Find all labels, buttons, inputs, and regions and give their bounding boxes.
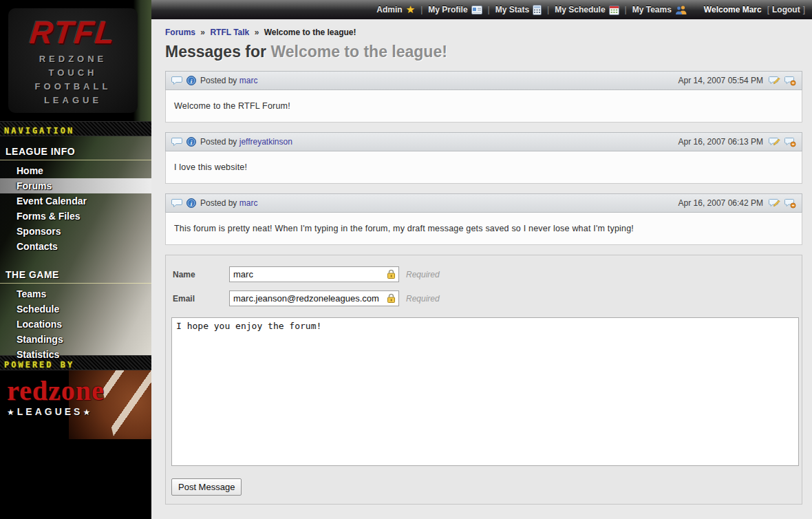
breadcrumb-rtfl-talk-link[interactable]: RTFL Talk <box>210 28 249 37</box>
lock-icon <box>386 269 396 279</box>
redzone-logo-title: redzone <box>7 379 105 403</box>
author-link[interactable]: marc <box>239 198 258 208</box>
email-label: Email <box>173 294 229 304</box>
sidebar-item-forums[interactable]: Forums <box>0 178 151 193</box>
main-area: Admin ★ | My Profile | My Stats | My Sch… <box>151 0 812 519</box>
nav-section-the-game: THE GAME <box>0 264 151 284</box>
delete-comment-icon[interactable] <box>784 76 796 86</box>
name-label: Name <box>173 270 229 279</box>
author-link[interactable]: marc <box>239 76 258 85</box>
forum-message: i Posted by jeffreyatkinson Apr 16, 2007… <box>165 132 802 184</box>
navigation-banner-label: NAVIGATION <box>4 126 74 136</box>
sidebar-nav: LEAGUE INFO Home Forums Event Calendar F… <box>0 136 151 355</box>
breadcrumb-forums-link[interactable]: Forums <box>165 28 195 37</box>
calendar-icon <box>609 5 619 15</box>
sidebar-item-standings[interactable]: Standings <box>0 332 151 347</box>
nav-section-league-info: LEAGUE INFO <box>0 140 151 160</box>
league-logo: RTFL REDZONE TOUCH FOOTBALL LEAGUE <box>0 0 151 121</box>
message-date: Apr 16, 2007 06:42 PM <box>679 198 763 208</box>
breadcrumb: Forums » RTFL Talk » Welcome to the leag… <box>165 26 802 41</box>
sidebar-item-event-calendar[interactable]: Event Calendar <box>0 193 151 209</box>
sidebar-item-teams[interactable]: Teams <box>0 286 151 301</box>
delete-comment-icon[interactable] <box>784 198 796 209</box>
navigation-banner: NAVIGATION <box>0 121 151 136</box>
sidebar: RTFL REDZONE TOUCH FOOTBALL LEAGUE NAVIG… <box>0 0 151 519</box>
message-textarea[interactable]: I hope you enjoy the forum! <box>171 317 799 466</box>
lock-icon <box>386 293 396 304</box>
message-header: i Posted by marc Apr 16, 2007 06:42 PM <box>165 193 802 213</box>
redzone-leagues-logo[interactable]: redzone ★LEAGUES★ <box>0 370 151 439</box>
powered-by-label: POWERED BY <box>4 360 74 370</box>
info-icon[interactable]: i <box>186 137 196 147</box>
email-field[interactable] <box>229 290 399 306</box>
my-profile-link[interactable]: My Profile <box>428 5 482 14</box>
comment-icon <box>171 137 182 147</box>
comment-icon <box>171 76 182 85</box>
message-body: Welcome to the RTFL Forum! <box>165 90 802 123</box>
content: Forums » RTFL Talk » Welcome to the leag… <box>151 19 812 519</box>
message-date: Apr 14, 2007 05:54 PM <box>679 76 763 85</box>
post-message-button[interactable]: Post Message <box>171 478 242 496</box>
my-schedule-link[interactable]: My Schedule <box>555 5 619 15</box>
league-logo-box: RTFL REDZONE TOUCH FOOTBALL LEAGUE <box>8 8 138 113</box>
required-label: Required <box>406 270 440 279</box>
author-link[interactable]: jeffreyatkinson <box>239 137 292 147</box>
sidebar-item-locations[interactable]: Locations <box>0 317 151 332</box>
rtfl-forum-page: RTFL REDZONE TOUCH FOOTBALL LEAGUE NAVIG… <box>0 0 812 519</box>
welcome-user-label: Welcome Marc <box>704 5 762 14</box>
my-stats-link[interactable]: My Stats <box>495 5 542 15</box>
required-label: Required <box>406 294 440 304</box>
league-logo-name: REDZONE TOUCH FOOTBALL LEAGUE <box>8 52 138 108</box>
powered-by-banner: POWERED BY <box>0 355 151 370</box>
calculator-icon <box>533 5 542 15</box>
page-title: Messages for Welcome to the league! <box>165 43 802 61</box>
message-header: i Posted by jeffreyatkinson Apr 16, 2007… <box>165 132 802 151</box>
sidebar-filler <box>0 439 151 519</box>
forum-message: i Posted by marc Apr 16, 2007 06:42 PM T… <box>165 193 802 245</box>
sidebar-item-home[interactable]: Home <box>0 163 151 178</box>
forum-message: i Posted by marc Apr 14, 2007 05:54 PM W… <box>165 71 802 123</box>
sidebar-item-contacts[interactable]: Contacts <box>0 239 151 254</box>
delete-comment-icon[interactable] <box>784 137 796 147</box>
vcard-icon <box>471 6 482 14</box>
message-date: Apr 16, 2007 06:13 PM <box>679 137 763 147</box>
message-body: This forum is pretty neat! When I'm typi… <box>165 213 802 245</box>
info-icon[interactable]: i <box>186 76 196 85</box>
sidebar-item-forms-files[interactable]: Forms & Files <box>0 209 151 224</box>
group-icon <box>675 5 687 15</box>
edit-comment-icon[interactable] <box>769 198 780 209</box>
edit-comment-icon[interactable] <box>769 137 780 147</box>
top-toolbar: Admin ★ | My Profile | My Stats | My Sch… <box>151 0 812 19</box>
name-field[interactable] <box>229 266 399 282</box>
league-logo-acronym: RTFL <box>7 17 140 48</box>
redzone-logo-subtitle: ★LEAGUES★ <box>7 406 105 417</box>
edit-comment-icon[interactable] <box>769 76 780 86</box>
breadcrumb-current: Welcome to the league! <box>264 28 356 37</box>
admin-link[interactable]: Admin ★ <box>376 3 415 16</box>
post-message-form: Name Required Email Required I hope you <box>165 255 802 505</box>
comment-icon <box>171 198 182 208</box>
my-teams-link[interactable]: My Teams <box>632 5 687 15</box>
sidebar-item-sponsors[interactable]: Sponsors <box>0 224 151 239</box>
message-header: i Posted by marc Apr 14, 2007 05:54 PM <box>165 71 802 90</box>
sidebar-item-schedule[interactable]: Schedule <box>0 301 151 317</box>
star-icon: ★ <box>406 3 415 16</box>
info-icon[interactable]: i <box>186 198 196 208</box>
message-body: I love this website! <box>165 151 802 184</box>
page-title-topic: Welcome to the league! <box>270 43 447 61</box>
logout-link[interactable]: Logout <box>772 5 800 14</box>
